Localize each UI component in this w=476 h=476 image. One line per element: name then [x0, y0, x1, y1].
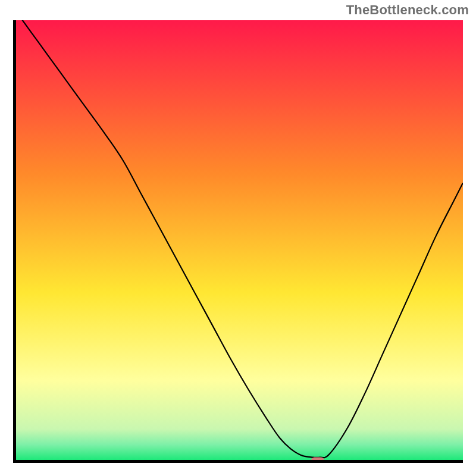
chart-selection-marker: [311, 457, 324, 463]
svg-rect-0: [16, 20, 463, 460]
chart-plot-area: [13, 20, 463, 463]
watermark-text: TheBottleneck.com: [346, 2, 469, 18]
chart-gradient-background: [16, 20, 463, 460]
